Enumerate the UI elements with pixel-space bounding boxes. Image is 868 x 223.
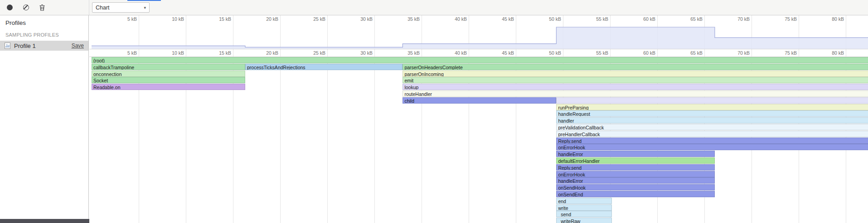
flame-bar-parseronincoming[interactable]: parserOnIncoming [402,71,868,77]
ruler-top: 5 kB10 kB15 kB20 kB25 kB30 kB35 kB40 kB4… [89,15,868,23]
flame-row: onconnectionparserOnIncoming [89,71,868,77]
flame-bar-readable-on[interactable]: Readable.on [92,84,245,90]
flame-bar-emit[interactable]: emit [402,77,868,83]
ruler-tick-label: 75 kB [776,50,797,56]
flame-bar-onconnection[interactable]: onconnection [92,71,245,77]
ruler-tick-label: 65 kB [682,50,703,56]
profile-name: Profile 1 [14,43,68,49]
active-tab-indicator [127,0,161,1]
delete-profile-button[interactable] [37,3,47,13]
flame-bar-runpreparsing[interactable]: runPreParsing [556,104,868,110]
discard-profile-button[interactable] [21,3,31,13]
flame-bar-handleerror[interactable]: handleError [556,177,714,184]
flame-bar-processticksandrejections[interactable]: processTicksAndRejections [245,64,402,70]
ruler-tick-label: 55 kB [587,16,608,22]
ruler-tick-label: 15 kB [210,16,231,22]
ruler-tick-label: 80 kB [823,16,844,22]
record-profile-button[interactable] [5,3,15,13]
ruler-tick-label: 70 kB [729,16,750,22]
flame-row: write_ [89,204,868,211]
save-profile-link[interactable]: Save [72,43,84,49]
flame-bar-defaulterrorhandler[interactable]: defaultErrorHandler [556,157,714,164]
flame-row: handleError [89,177,868,184]
ruler-tick-label: 40 kB [446,16,467,22]
flame-chart[interactable]: (root)callbackTrampolineprocessTicksAndR… [89,57,868,223]
flame-bar-root[interactable]: (root) [92,57,868,63]
flame-row: preHandlerCallback [89,131,868,138]
ruler-tick-label: 40 kB [446,50,467,56]
flame-row: end [89,198,868,204]
flame-row: Reply.send [89,138,868,144]
flame-bar-writeraw[interactable]: _writeRaw [556,218,612,223]
block-circle-icon [23,5,29,10]
ruler-tick-label: 5 kB [116,16,137,22]
chevron-down-icon: ▾ [144,5,146,10]
flame-row: onErrorHook [89,171,868,178]
flame-row: preValidationCallback [89,124,868,131]
flame-bar-onsendend[interactable]: onSendEnd [556,191,714,197]
toolbar-buttons [5,0,47,15]
flame-bar[interactable] [556,97,868,104]
flame-row: (root) [89,57,868,64]
flame-row: onSendHook [89,184,868,191]
ruler-tick-label: 45 kB [493,50,514,56]
flame-row: runPreParsing [89,104,868,111]
toolbar: Chart ▾ [0,0,868,15]
ruler-tick-label: 70 kB [729,50,750,56]
profile-list-item[interactable]: Profile 1 Save [0,41,88,51]
sidebar-title: Profiles [0,15,88,28]
flame-bar-reply-send[interactable]: Reply.send [556,164,714,171]
flame-bar-handlerequest[interactable]: handleRequest [556,110,868,117]
flame-bar-send[interactable]: _send [556,211,612,217]
ruler-tick-label: 20 kB [257,50,278,56]
overview-svg [89,23,868,49]
ruler-tick-label: 10 kB [163,16,184,22]
flame-row: Reply.send [89,164,868,171]
flame-bar-handler[interactable]: handler [556,117,868,123]
flame-row: child [89,97,868,104]
ruler-tick-label: 65 kB [682,16,703,22]
profile-chart-icon [5,43,10,49]
ruler-tick-label: 10 kB [163,50,184,56]
trash-icon [39,4,45,11]
ruler-tick-label: 20 kB [257,16,278,22]
sampling-profiles-header: SAMPLING PROFILES [0,28,88,41]
flame-bar-onerrorhook[interactable]: onErrorHook [556,171,714,177]
flame-bar-routehandler[interactable]: routeHandler [402,90,868,97]
profiler-main: 5 kB10 kB15 kB20 kB25 kB30 kB35 kB40 kB4… [89,15,868,223]
flame-bar-lookup[interactable]: lookup [402,84,868,90]
flame-row: handleError [89,151,868,157]
chart-view-select[interactable]: Chart ▾ [92,2,150,13]
flame-row: Socketemit [89,77,868,84]
flame-row: handler [89,117,868,124]
flame-bar-prevalidationcallback[interactable]: preValidationCallback [556,124,868,130]
ruler-tick-label: 60 kB [635,16,655,22]
flame-bar-write[interactable]: write_ [556,204,612,211]
ruler-tick-label: 15 kB [210,50,231,56]
flame-bar-parseronheaderscomplete[interactable]: parserOnHeadersComplete [402,64,868,70]
ruler-tick-label: 60 kB [635,50,655,56]
flame-row: onSendEnd [89,191,868,198]
flame-bar-handleerror[interactable]: handleError [556,151,714,157]
flame-row: handleRequest [89,110,868,117]
overview-pane[interactable] [89,23,868,49]
flame-bar-socket[interactable]: Socket [92,77,245,83]
flame-bar-onerrorhook[interactable]: onErrorHook [556,144,868,150]
flame-bar-prehandlercallback[interactable]: preHandlerCallback [556,131,868,137]
record-circle-icon [7,5,13,10]
flame-row: onErrorHook [89,144,868,151]
flame-bar-child[interactable]: child [402,97,556,104]
profiles-sidebar: Profiles SAMPLING PROFILES Profile 1 Sav… [0,15,89,223]
flame-bar-onsendhook[interactable]: onSendHook [556,184,714,190]
flame-row: routeHandler [89,90,868,97]
flame-bar-callbacktrampoline[interactable]: callbackTrampoline [92,64,245,70]
flame-row: callbackTrampolineprocessTicksAndRejecti… [89,64,868,71]
flame-bar-end[interactable]: end [556,198,612,204]
bottom-panel-strip [0,219,93,223]
ruler-tick-label: 75 kB [776,16,797,22]
ruler-tick-label: 35 kB [399,50,420,56]
ruler-tick-label: 50 kB [540,16,561,22]
ruler-tick-label: 25 kB [305,16,325,22]
ruler-tick-label: 25 kB [305,50,325,56]
flame-bar-reply-send[interactable]: Reply.send [556,138,868,144]
